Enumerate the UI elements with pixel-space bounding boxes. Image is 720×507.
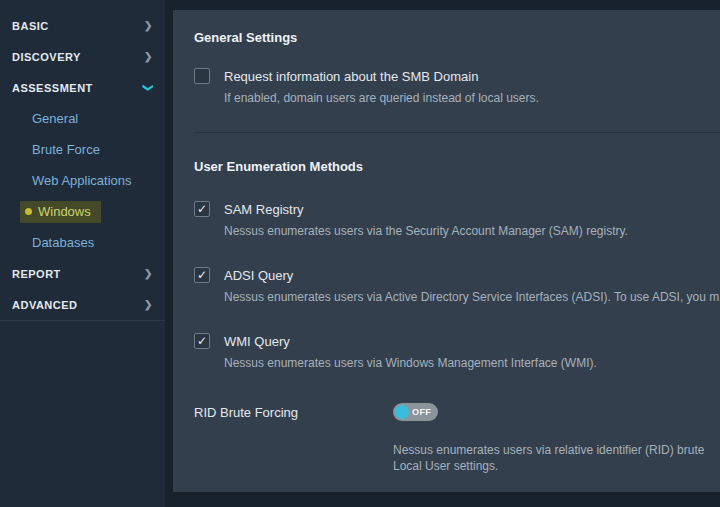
sidebar-section-label: ADVANCED	[12, 299, 78, 311]
sam-registry-description: Nessus enumerates users via the Security…	[224, 224, 720, 239]
smb-domain-checkbox[interactable]	[194, 68, 210, 84]
sidebar-section-label: DISCOVERY	[12, 51, 81, 63]
adsi-query-description: Nessus enumerates users via Active Direc…	[224, 290, 720, 305]
sidebar-section-assessment[interactable]: ASSESSMENT ❯	[0, 72, 165, 103]
sidebar-item-databases[interactable]: Databases	[0, 227, 165, 258]
chevron-right-icon: ❯	[144, 52, 153, 62]
sidebar-item-label: Windows	[38, 204, 91, 219]
sidebar-section-label: ASSESSMENT	[12, 82, 93, 94]
chevron-right-icon: ❯	[144, 300, 153, 310]
rid-description-line-1: Nessus enumerates users via relative ide…	[393, 442, 704, 458]
toggle-knob	[395, 405, 409, 419]
check-icon: ✓	[197, 335, 207, 347]
chevron-down-icon: ❯	[144, 83, 154, 92]
windows-settings-panel: General Settings Request information abo…	[173, 10, 720, 492]
sidebar-item-label: General	[32, 111, 78, 126]
check-icon: ✓	[197, 203, 207, 215]
rid-brute-forcing-control: OFF Nessus enumerates users via relative…	[393, 403, 704, 474]
sidebar-section-label: BASIC	[12, 20, 49, 32]
sidebar-section-basic[interactable]: BASIC ❯	[0, 10, 165, 41]
check-icon: ✓	[197, 269, 207, 281]
rid-brute-forcing-label: RID Brute Forcing	[194, 403, 393, 474]
sam-registry-setting: ✓ SAM Registry Nessus enumerates users v…	[194, 201, 720, 239]
sidebar-item-label: Databases	[32, 235, 94, 250]
sidebar-section-discovery[interactable]: DISCOVERY ❯	[0, 41, 165, 72]
sam-registry-checkbox[interactable]: ✓	[194, 201, 210, 217]
rid-brute-forcing-description: Nessus enumerates users via relative ide…	[393, 442, 704, 474]
wmi-query-description: Nessus enumerates users via Windows Mana…	[224, 356, 720, 371]
sidebar-section-report[interactable]: REPORT ❯	[0, 258, 165, 289]
sidebar-item-label: Brute Force	[32, 142, 100, 157]
adsi-query-checkbox[interactable]: ✓	[194, 267, 210, 283]
sam-registry-label: SAM Registry	[224, 202, 303, 217]
sidebar-item-windows[interactable]: Windows	[0, 196, 165, 227]
smb-domain-setting: Request information about the SMB Domain…	[194, 68, 720, 106]
adsi-query-setting: ✓ ADSI Query Nessus enumerates users via…	[194, 267, 720, 305]
toggle-state-label: OFF	[412, 407, 431, 417]
sidebar-section-advanced[interactable]: ADVANCED ❯	[0, 289, 165, 320]
active-dot-icon	[25, 208, 32, 215]
settings-sidebar: BASIC ❯ DISCOVERY ❯ ASSESSMENT ❯ General…	[0, 0, 165, 507]
settings-nav: BASIC ❯ DISCOVERY ❯ ASSESSMENT ❯ General…	[0, 0, 165, 321]
smb-domain-label: Request information about the SMB Domain	[224, 69, 478, 84]
rid-brute-forcing-toggle[interactable]: OFF	[393, 403, 438, 421]
sidebar-item-general[interactable]: General	[0, 103, 165, 134]
active-item-highlight: Windows	[20, 201, 101, 223]
sidebar-item-label: Web Applications	[32, 173, 132, 188]
smb-domain-description: If enabled, domain users are queried ins…	[224, 91, 720, 106]
general-settings-title: General Settings	[194, 30, 720, 46]
sidebar-item-web-applications[interactable]: Web Applications	[0, 165, 165, 196]
chevron-right-icon: ❯	[144, 21, 153, 31]
rid-brute-forcing-setting: RID Brute Forcing OFF Nessus enumerates …	[194, 403, 720, 474]
user-enumeration-title: User Enumeration Methods	[194, 159, 720, 175]
chevron-right-icon: ❯	[144, 269, 153, 279]
rid-description-line-2: Local User settings.	[393, 458, 704, 474]
sidebar-item-brute-force[interactable]: Brute Force	[0, 134, 165, 165]
wmi-query-label: WMI Query	[224, 334, 290, 349]
sidebar-section-label: REPORT	[12, 268, 61, 280]
wmi-query-checkbox[interactable]: ✓	[194, 333, 210, 349]
section-divider	[194, 132, 720, 133]
wmi-query-setting: ✓ WMI Query Nessus enumerates users via …	[194, 333, 720, 371]
adsi-query-label: ADSI Query	[224, 268, 293, 283]
